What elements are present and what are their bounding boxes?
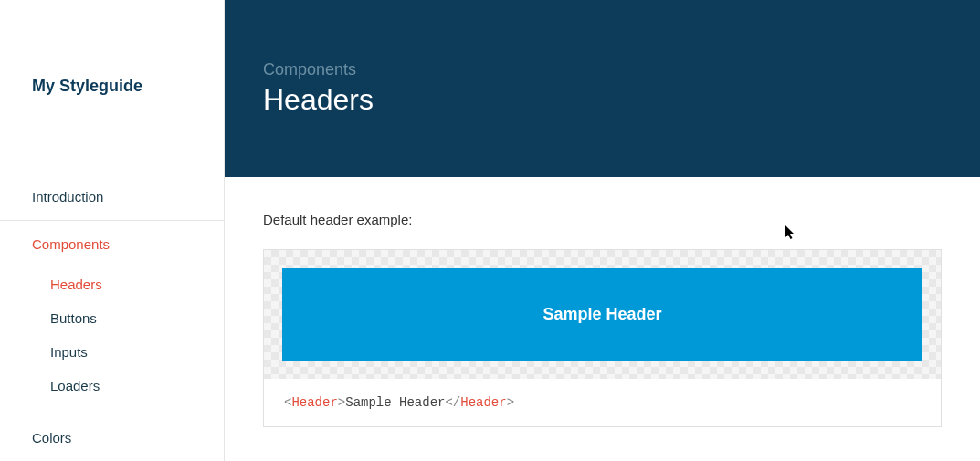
example-description: Default header example:: [263, 212, 942, 227]
example-container: Sample Header <Header>Sample Header</Hea…: [263, 249, 942, 427]
code-bracket-open2: </: [445, 395, 460, 410]
nav-subitem-loaders[interactable]: Loaders: [0, 369, 224, 403]
sidebar: My Styleguide Introduction Components He…: [0, 0, 225, 461]
content-header: Components Headers: [225, 0, 980, 177]
example-preview: Sample Header: [264, 250, 941, 379]
sample-header: Sample Header: [282, 268, 922, 361]
nav-item-colors[interactable]: Colors: [0, 414, 224, 461]
code-bracket-close2: >: [507, 395, 514, 410]
content-body: Default header example: Sample Header <H…: [225, 177, 980, 461]
nav-subitem-inputs[interactable]: Inputs: [0, 335, 224, 369]
nav-item-components[interactable]: Components: [0, 221, 224, 267]
nav-section-intro: Introduction: [0, 173, 224, 221]
example-code: <Header>Sample Header</Header>: [264, 379, 941, 426]
nav-sublist: Headers Buttons Inputs Loaders: [0, 267, 224, 414]
app-title: My Styleguide: [32, 77, 142, 96]
code-content: Sample Header: [345, 395, 445, 410]
nav-item-introduction[interactable]: Introduction: [0, 173, 224, 220]
code-tag-open: Header: [291, 395, 337, 410]
nav-subitem-headers[interactable]: Headers: [0, 267, 224, 301]
nav-subitem-buttons[interactable]: Buttons: [0, 301, 224, 335]
code-tag-close: Header: [460, 395, 506, 410]
content: Components Headers Default header exampl…: [225, 0, 980, 461]
nav-section-components: Components Headers Buttons Inputs Loader…: [0, 221, 224, 414]
breadcrumb: Components: [263, 60, 942, 79]
page-title: Headers: [263, 83, 942, 117]
code-bracket-close: >: [338, 395, 345, 410]
sidebar-header: My Styleguide: [0, 0, 224, 173]
